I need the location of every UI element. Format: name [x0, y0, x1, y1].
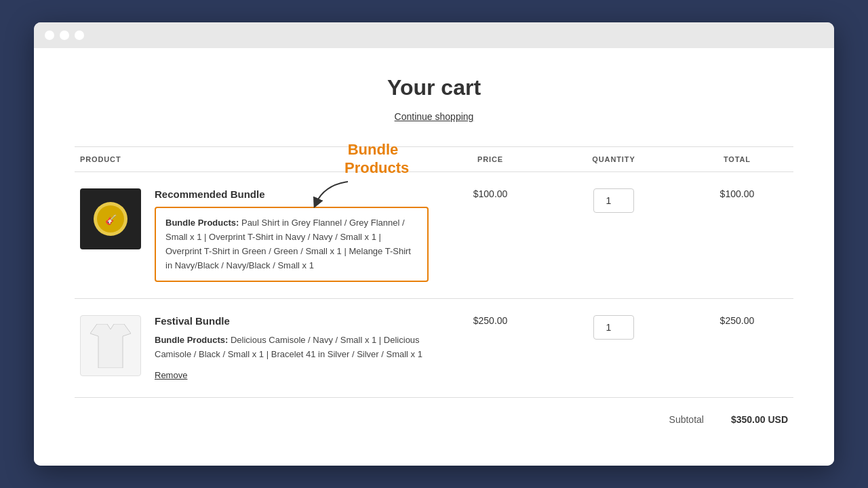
- product-cell-recommended: BundleProducts: [80, 188, 429, 282]
- quantity-cell-recommended: [547, 172, 681, 299]
- col-header-product: PRODUCT: [75, 147, 434, 172]
- col-header-price: PRICE: [434, 147, 547, 172]
- browser-dot-3: [75, 30, 84, 40]
- browser-dot-1: [45, 30, 54, 40]
- product-cell-festival: Festival Bundle Bundle Products: Delicio…: [80, 315, 429, 381]
- subtotal-value: $350.00 USD: [731, 414, 788, 425]
- remove-link-festival[interactable]: Remove: [155, 370, 187, 380]
- quantity-cell-festival: [547, 299, 681, 398]
- product-name-festival: Festival Bundle: [155, 315, 429, 327]
- browser-dot-2: [60, 30, 69, 40]
- bundle-label-festival: Bundle Products:: [155, 335, 228, 345]
- browser-titlebar: [34, 22, 834, 48]
- product-image-festival: [80, 315, 141, 376]
- svg-marker-2: [90, 324, 131, 368]
- subtotal-label: Subtotal: [669, 414, 704, 425]
- price-festival: $250.00: [434, 299, 547, 398]
- price-recommended: $100.00: [434, 172, 547, 299]
- bundle-products-festival: Bundle Products: Delicious Camisole / Na…: [155, 333, 429, 362]
- col-header-total: TOTAL: [681, 147, 793, 172]
- bundle-label-recommended: Bundle Products:: [165, 218, 239, 228]
- total-recommended: $100.00: [681, 172, 793, 299]
- svg-text:🎸: 🎸: [105, 214, 117, 226]
- cart-table: PRODUCT PRICE QUANTITY TOTAL BundleProdu…: [75, 146, 793, 398]
- total-festival: $250.00: [681, 299, 793, 398]
- product-info-recommended: Recommended Bundle Bundle Products: Paul…: [155, 188, 429, 282]
- product-image-recommended: 🎸: [80, 188, 141, 249]
- browser-content: Your cart Continue shopping PRODUCT PRIC…: [34, 48, 834, 466]
- annotation-arrow: [304, 175, 358, 212]
- quantity-input-festival[interactable]: [593, 315, 634, 340]
- subtotal-row: Subtotal $350.00 USD: [75, 398, 793, 425]
- table-row: BundleProducts: [75, 172, 793, 299]
- browser-window: Your cart Continue shopping PRODUCT PRIC…: [34, 22, 834, 466]
- quantity-input-recommended[interactable]: [593, 188, 634, 213]
- table-header-row: PRODUCT PRICE QUANTITY TOTAL: [75, 147, 793, 172]
- continue-shopping-link[interactable]: Continue shopping: [75, 111, 793, 122]
- page-title: Your cart: [75, 75, 793, 100]
- col-header-quantity: QUANTITY: [547, 147, 681, 172]
- product-info-festival: Festival Bundle Bundle Products: Delicio…: [155, 315, 429, 381]
- tshirt-graphic: 🎸: [94, 202, 127, 236]
- bundle-box-recommended: Bundle Products: Paul Shirt in Grey Flan…: [155, 207, 429, 282]
- product-name-recommended: Recommended Bundle: [155, 188, 429, 200]
- white-tshirt-svg: [90, 324, 131, 368]
- table-row: Festival Bundle Bundle Products: Delicio…: [75, 299, 793, 398]
